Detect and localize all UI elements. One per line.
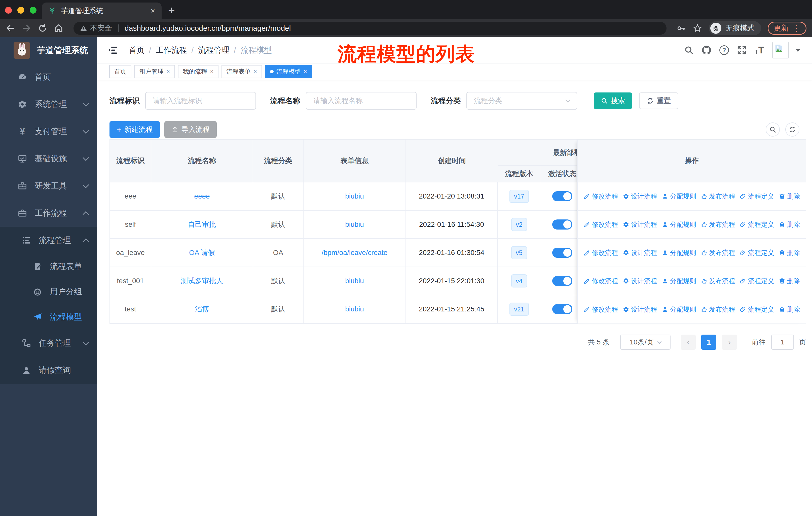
- modify-process-link[interactable]: 修改流程: [584, 192, 618, 201]
- page-1-button[interactable]: 1: [701, 334, 716, 350]
- sidebar-item-process-form[interactable]: 流程表单: [0, 254, 97, 279]
- sidebar-item-payment[interactable]: ¥ 支付管理: [0, 118, 97, 145]
- publish-process-link[interactable]: 发布流程: [701, 277, 735, 286]
- avatar-caret-icon[interactable]: [795, 49, 801, 52]
- sidebar-item-task-manage[interactable]: 任务管理: [0, 330, 97, 357]
- sidebar-logo[interactable]: 芋道管理系统: [0, 37, 97, 63]
- sidebar-item-home[interactable]: 首页: [0, 63, 97, 91]
- active-switch[interactable]: [552, 248, 572, 258]
- modify-process-link[interactable]: 修改流程: [584, 305, 618, 314]
- design-process-link[interactable]: 设计流程: [623, 305, 657, 314]
- tag-process-form[interactable]: 流程表单×: [222, 65, 262, 78]
- form-info-link[interactable]: biubiu: [345, 192, 364, 200]
- process-name-link[interactable]: OA 请假: [189, 248, 215, 257]
- tag-tenant[interactable]: 租户管理×: [135, 65, 175, 78]
- close-icon[interactable]: ×: [304, 68, 307, 75]
- modify-process-link[interactable]: 修改流程: [584, 277, 618, 286]
- text-size-icon[interactable]: TT: [755, 45, 764, 55]
- version-badge[interactable]: v5: [511, 246, 527, 259]
- delete-link[interactable]: 删除: [779, 277, 800, 286]
- process-name-link[interactable]: 自己审批: [188, 220, 216, 229]
- create-process-button[interactable]: + 新建流程: [110, 121, 160, 138]
- search-button[interactable]: 搜索: [594, 92, 632, 109]
- security-indicator[interactable]: 不安全: [80, 23, 112, 33]
- browser-menu-icon[interactable]: ⋮: [793, 24, 801, 32]
- process-id-input[interactable]: [145, 92, 256, 110]
- process-definition-link[interactable]: 流程定义: [740, 248, 774, 257]
- assign-rule-link[interactable]: 分配规则: [662, 248, 696, 257]
- tag-home[interactable]: 首页: [109, 65, 132, 78]
- sidebar-item-system[interactable]: 系统管理: [0, 91, 97, 118]
- next-page-button[interactable]: ›: [722, 334, 737, 350]
- publish-process-link[interactable]: 发布流程: [701, 305, 735, 314]
- form-info-link[interactable]: /bpm/oa/leave/create: [322, 249, 388, 257]
- window-minimize-button[interactable]: [18, 7, 24, 13]
- bookmark-star-icon[interactable]: [693, 23, 702, 33]
- sidebar-item-workflow[interactable]: 工作流程: [0, 199, 97, 227]
- design-process-link[interactable]: 设计流程: [623, 220, 657, 229]
- password-key-icon[interactable]: [676, 23, 686, 33]
- publish-process-link[interactable]: 发布流程: [701, 248, 735, 257]
- process-name-link[interactable]: 滔博: [195, 304, 209, 314]
- version-badge[interactable]: v2: [511, 218, 527, 231]
- tab-close-icon[interactable]: ×: [150, 7, 155, 15]
- delete-link[interactable]: 删除: [779, 248, 800, 257]
- process-definition-link[interactable]: 流程定义: [740, 220, 774, 229]
- window-close-button[interactable]: [5, 7, 12, 13]
- sidebar-item-leave-query[interactable]: 请假查询: [0, 357, 97, 384]
- active-switch[interactable]: [552, 219, 572, 229]
- active-switch[interactable]: [552, 276, 572, 286]
- refresh-table-button[interactable]: [785, 123, 800, 137]
- close-icon[interactable]: ×: [210, 68, 213, 75]
- page-size-select[interactable]: 10条/页: [620, 334, 671, 350]
- prev-page-button[interactable]: ‹: [680, 334, 696, 350]
- design-process-link[interactable]: 设计流程: [623, 248, 657, 257]
- process-name-link[interactable]: 测试多审批人: [181, 276, 223, 286]
- search-icon[interactable]: [684, 45, 694, 55]
- form-info-link[interactable]: biubiu: [345, 305, 364, 313]
- process-definition-link[interactable]: 流程定义: [740, 305, 774, 314]
- fullscreen-icon[interactable]: [737, 45, 747, 55]
- form-info-link[interactable]: biubiu: [345, 277, 364, 285]
- sidebar-item-process-manage[interactable]: 流程管理: [0, 227, 97, 254]
- browser-update-button[interactable]: 更新 ⋮: [768, 22, 807, 35]
- publish-process-link[interactable]: 发布流程: [701, 220, 735, 229]
- github-icon[interactable]: [702, 45, 711, 55]
- tag-my-process[interactable]: 我的流程×: [178, 65, 219, 78]
- version-badge[interactable]: v4: [511, 274, 527, 288]
- breadcrumb-workflow[interactable]: 工作流程: [156, 45, 187, 55]
- active-switch[interactable]: [552, 304, 572, 314]
- sidebar-item-user-group[interactable]: 用户分组: [0, 279, 97, 304]
- design-process-link[interactable]: 设计流程: [623, 277, 657, 286]
- process-name-link[interactable]: eeee: [194, 192, 210, 200]
- avatar[interactable]: [772, 42, 789, 58]
- active-switch[interactable]: [552, 191, 572, 201]
- process-definition-link[interactable]: 流程定义: [740, 277, 774, 286]
- version-badge[interactable]: v17: [510, 190, 529, 203]
- modify-process-link[interactable]: 修改流程: [584, 220, 618, 229]
- toggle-search-button[interactable]: [766, 123, 780, 137]
- close-icon[interactable]: ×: [167, 68, 170, 75]
- address-bar[interactable]: 不安全 dashboard.yudao.iocoder.cn/bpm/manag…: [74, 22, 667, 35]
- version-badge[interactable]: v21: [510, 303, 529, 316]
- tag-process-model[interactable]: 流程模型×: [265, 65, 312, 78]
- design-process-link[interactable]: 设计流程: [623, 192, 657, 201]
- form-info-link[interactable]: biubiu: [345, 220, 364, 228]
- assign-rule-link[interactable]: 分配规则: [662, 192, 696, 201]
- publish-process-link[interactable]: 发布流程: [701, 192, 735, 201]
- import-process-button[interactable]: 导入流程: [164, 121, 217, 138]
- reset-button[interactable]: 重置: [639, 92, 678, 109]
- delete-link[interactable]: 删除: [779, 305, 800, 314]
- sidebar-item-infra[interactable]: 基础设施: [0, 145, 97, 172]
- home-icon[interactable]: [54, 23, 63, 33]
- assign-rule-link[interactable]: 分配规则: [662, 305, 696, 314]
- reload-icon[interactable]: [38, 23, 47, 33]
- browser-tab[interactable]: 芋道管理系统 ×: [42, 2, 162, 19]
- assign-rule-link[interactable]: 分配规则: [662, 277, 696, 286]
- process-name-input[interactable]: [306, 92, 416, 110]
- sidebar-item-process-model[interactable]: 流程模型: [0, 304, 97, 330]
- forward-icon[interactable]: [22, 23, 31, 33]
- window-zoom-button[interactable]: [30, 7, 36, 13]
- process-definition-link[interactable]: 流程定义: [740, 192, 774, 201]
- new-tab-button[interactable]: +: [168, 3, 175, 17]
